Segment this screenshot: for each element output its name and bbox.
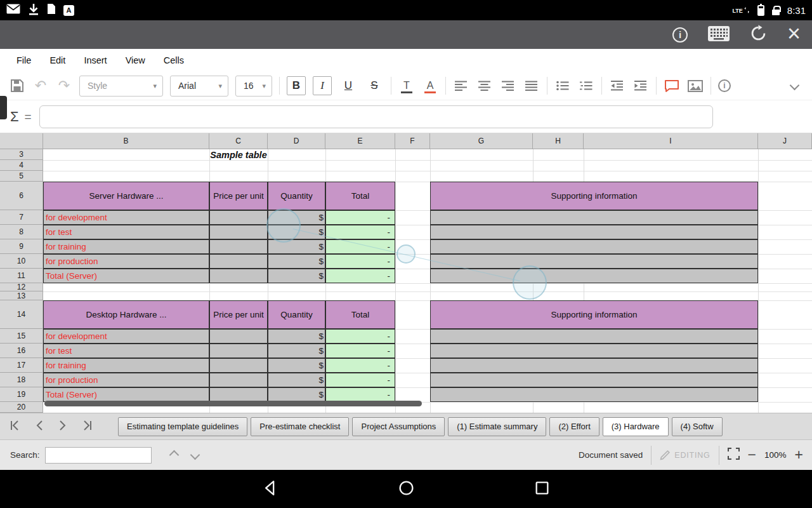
row-header-20[interactable]: 20 (0, 402, 43, 413)
cell-price[interactable] (209, 358, 268, 373)
cell-row-label[interactable]: Total (Server) (43, 269, 209, 283)
align-center-icon[interactable] (476, 76, 493, 96)
cell-quantity[interactable]: $ (268, 329, 325, 344)
column-header-D[interactable]: D (268, 133, 325, 149)
font-size-dropdown[interactable]: 16▾ (235, 76, 272, 97)
row-header-4[interactable]: 4 (0, 160, 43, 171)
row-header-19[interactable]: 19 (0, 387, 43, 402)
editing-mode-indicator[interactable]: EDITING (660, 450, 710, 460)
row-header-17[interactable]: 17 (0, 358, 43, 373)
cell-row-label[interactable]: for training (43, 358, 209, 373)
sheet-tab-hardware[interactable]: (3) Hardware (603, 417, 669, 436)
side-drawer-handle[interactable] (0, 96, 7, 119)
cell-row-label[interactable]: Total (Server) (43, 387, 209, 402)
cell-total[interactable]: - (325, 254, 395, 269)
sigma-icon[interactable]: Σ (10, 109, 19, 125)
italic-button[interactable]: I (313, 76, 332, 95)
search-input[interactable] (45, 447, 152, 464)
cell-supporting-info-header[interactable]: Supporting information (430, 300, 758, 329)
cell-total[interactable]: - (325, 210, 395, 225)
bold-button[interactable]: B (287, 76, 306, 95)
numbered-list-icon[interactable] (578, 76, 594, 96)
row-header-3[interactable]: 3 (0, 149, 43, 160)
cell-total-header[interactable]: Total (325, 300, 395, 329)
formula-input[interactable] (39, 105, 713, 128)
menu-file[interactable]: File (16, 55, 31, 65)
row-header-10[interactable]: 10 (0, 254, 43, 269)
cell-total[interactable]: - (325, 358, 395, 373)
previous-sheet-button[interactable] (35, 420, 44, 434)
selection-tool-icon[interactable] (728, 448, 740, 462)
cell-price[interactable] (209, 225, 268, 239)
cell-total[interactable]: - (325, 239, 395, 254)
cell-row-label[interactable]: for test (43, 344, 209, 358)
cell-supporting[interactable] (430, 239, 758, 254)
cell-row-label[interactable]: for production (43, 373, 209, 387)
zoom-out-button[interactable]: − (748, 448, 756, 462)
row-header-15[interactable]: 15 (0, 329, 43, 344)
sheet-tab-effort[interactable]: (2) Effort (549, 417, 599, 436)
menu-view[interactable]: View (126, 55, 145, 65)
cell-sample-table-title[interactable]: Sample table (209, 149, 268, 160)
column-header-B[interactable]: B (43, 133, 209, 149)
row-header-18[interactable]: 18 (0, 373, 43, 387)
refresh-button[interactable] (750, 25, 767, 44)
align-left-icon[interactable] (453, 76, 469, 96)
close-button[interactable]: × (787, 22, 801, 45)
cell-desktop-hardware-header[interactable]: Desktop Hardware ... (43, 300, 209, 329)
cell-price[interactable] (209, 210, 268, 225)
find-previous-icon[interactable] (169, 450, 179, 460)
find-next-icon[interactable] (190, 450, 200, 460)
row-header-8[interactable]: 8 (0, 225, 43, 239)
cell-quantity[interactable]: $ (268, 254, 325, 269)
text-color-button[interactable]: T (398, 77, 415, 95)
cell-quantity[interactable]: $ (268, 344, 325, 358)
row-header-7[interactable]: 7 (0, 210, 43, 225)
cell-supporting[interactable] (430, 210, 758, 225)
recents-button[interactable] (534, 479, 551, 499)
column-header-E[interactable]: E (325, 133, 395, 149)
cell-row-label[interactable]: for development (43, 329, 209, 344)
row-header-13[interactable]: 13 (0, 291, 43, 300)
cell-price[interactable] (209, 373, 268, 387)
cell-row-label[interactable]: for development (43, 210, 209, 225)
row-header-6[interactable]: 6 (0, 182, 43, 210)
cell-total-header[interactable]: Total (325, 182, 395, 210)
cell-price[interactable] (209, 329, 268, 344)
row-header-12[interactable]: 12 (0, 283, 43, 291)
back-button[interactable] (262, 479, 279, 499)
cell-total[interactable]: - (325, 225, 395, 239)
toolbar-expand-button[interactable] (791, 80, 798, 91)
indent-decrease-icon[interactable] (609, 76, 625, 96)
cell-price-per-unit-header[interactable]: Price per unit (209, 182, 268, 210)
row-header-9[interactable]: 9 (0, 239, 43, 254)
keyboard-button[interactable] (708, 26, 730, 44)
underline-button[interactable]: U (339, 76, 358, 95)
cell-quantity[interactable]: $ (268, 239, 325, 254)
image-icon[interactable] (687, 76, 704, 96)
column-header-G[interactable]: G (430, 133, 533, 149)
cell-quantity[interactable]: $ (268, 387, 325, 402)
cell-supporting[interactable] (430, 254, 758, 269)
cell-supporting[interactable] (430, 329, 758, 344)
column-header-F[interactable]: F (395, 133, 430, 149)
first-sheet-button[interactable] (9, 420, 20, 434)
align-justify-icon[interactable] (523, 76, 540, 96)
column-header-C[interactable]: C (209, 133, 268, 149)
cell-price[interactable] (209, 254, 268, 269)
undo-button[interactable]: ↶ (32, 76, 49, 96)
info-icon[interactable]: i (718, 79, 731, 92)
cell-price-per-unit-header[interactable]: Price per unit (209, 300, 268, 329)
cell-quantity[interactable]: $ (268, 373, 325, 387)
sheet-tab-guidelines[interactable]: Estimating template guidelines (118, 417, 247, 436)
cell-total[interactable]: - (325, 329, 395, 344)
sheet-tab-checklist[interactable]: Pre-estimate checklist (251, 417, 349, 436)
redo-button[interactable]: ↷ (56, 76, 72, 96)
indent-increase-icon[interactable] (632, 76, 649, 96)
sheet-tab-estimate-summary[interactable]: (1) Estimate summary (448, 417, 546, 436)
row-header-16[interactable]: 16 (0, 344, 43, 358)
cell-supporting[interactable] (430, 225, 758, 239)
style-dropdown[interactable]: Style▾ (79, 76, 163, 97)
zoom-in-button[interactable]: + (795, 448, 803, 462)
font-dropdown[interactable]: Arial▾ (170, 76, 228, 97)
